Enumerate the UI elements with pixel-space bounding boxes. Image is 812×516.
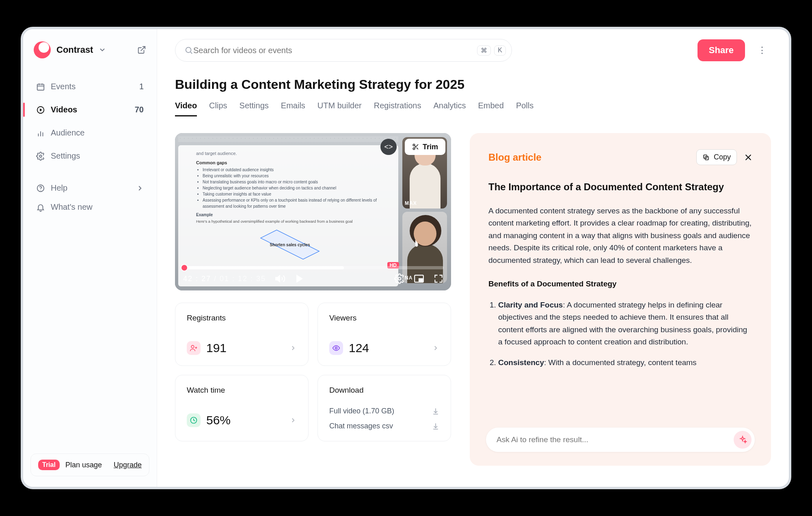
card-viewers[interactable]: Viewers 124	[317, 303, 451, 366]
more-menu-button[interactable]: ⋮	[753, 41, 771, 59]
slide-content: and target audience. Common gaps Irrelev…	[178, 145, 398, 286]
tab-video[interactable]: Video	[175, 101, 197, 116]
label: Help	[51, 183, 67, 193]
tab-embed[interactable]: Embed	[478, 101, 504, 116]
trial-badge: Trial	[38, 460, 60, 470]
sidebar-item-whats-new[interactable]: What's new	[30, 198, 149, 217]
svg-point-10	[39, 155, 42, 157]
blog-heading: The Importance of a Documented Content S…	[488, 181, 752, 193]
users-icon	[187, 341, 201, 355]
svg-marker-6	[40, 108, 42, 111]
help-icon	[36, 184, 45, 193]
play-icon[interactable]	[294, 273, 305, 284]
svg-line-18	[417, 148, 418, 149]
tab-utm-builder[interactable]: UTM builder	[317, 101, 362, 116]
sidebar-item-help[interactable]: Help	[30, 178, 149, 198]
svg-point-24	[191, 345, 194, 348]
page-title: Building a Content Marketing Strategy fo…	[175, 77, 771, 92]
label: Audience	[51, 128, 84, 138]
list-item: Clarity and Focus: A documented strategy…	[498, 299, 752, 348]
download-full-video[interactable]: Full video (1.70 GB)	[329, 407, 439, 415]
trim-button[interactable]: Trim	[405, 139, 445, 155]
play-circle-icon	[36, 105, 45, 114]
plan-usage-label: Plan usage	[65, 461, 102, 469]
svg-point-21	[398, 277, 401, 280]
settings-icon[interactable]	[394, 273, 405, 284]
chevron-down-icon	[99, 46, 106, 54]
tab-polls[interactable]: Polls	[516, 101, 533, 116]
app-frame: Contrast Events 1 Videos 70 Audience	[23, 29, 789, 487]
sidebar-item-videos[interactable]: Videos 70	[30, 100, 149, 119]
sparkle-icon	[738, 435, 747, 444]
copy-button[interactable]: Copy	[696, 149, 737, 165]
right-column: Blog article Copy The Importance of a Do…	[470, 133, 771, 466]
workspace-switcher[interactable]: Contrast	[30, 40, 149, 68]
nav: Events 1 Videos 70 Audience Settings	[30, 77, 149, 166]
svg-rect-1	[37, 84, 44, 90]
close-icon	[744, 153, 752, 161]
tab-clips[interactable]: Clips	[209, 101, 227, 116]
chevron-right-icon	[432, 344, 439, 352]
blog-subheading: Benefits of a Documented Strategy	[488, 280, 752, 288]
tabs: Video Clips Settings Emails UTM builder …	[175, 101, 771, 117]
search-bar[interactable]: ⌘ K	[175, 39, 512, 62]
svg-point-27	[335, 347, 337, 349]
ai-refine-bar[interactable]	[486, 428, 755, 452]
chart-icon	[36, 129, 45, 138]
upgrade-link[interactable]: Upgrade	[114, 461, 142, 469]
tab-settings[interactable]: Settings	[240, 101, 269, 116]
svg-line-19	[415, 146, 416, 147]
content-row: and target audience. Common gaps Irrelev…	[175, 133, 771, 466]
gear-icon	[36, 152, 45, 161]
svg-point-16	[413, 148, 415, 150]
count: 70	[135, 105, 144, 114]
sidebar-item-events[interactable]: Events 1	[30, 77, 149, 96]
search-icon	[184, 46, 193, 55]
logo	[34, 41, 51, 58]
sidebar-item-settings[interactable]: Settings	[30, 146, 149, 166]
search-input[interactable]	[193, 46, 477, 55]
card-watch-time[interactable]: Watch time 56%	[175, 375, 309, 441]
embed-code-icon[interactable]: <>	[380, 139, 397, 155]
sidebar-item-audience[interactable]: Audience	[30, 123, 149, 142]
clock-icon	[187, 413, 201, 427]
kbd-hint: ⌘ K	[477, 45, 506, 56]
video-player[interactable]: and target audience. Common gaps Irrelev…	[175, 133, 451, 290]
label: Events	[51, 82, 76, 91]
chevron-right-icon	[136, 185, 144, 192]
download-chat-csv[interactable]: Chat messages csv	[329, 422, 439, 430]
chevron-right-icon	[289, 417, 297, 424]
share-button[interactable]: Share	[698, 39, 745, 61]
volume-icon[interactable]	[275, 273, 285, 284]
svg-point-13	[186, 47, 191, 53]
svg-point-12	[40, 189, 41, 190]
tab-registrations[interactable]: Registrations	[374, 101, 421, 116]
eye-icon	[329, 341, 343, 355]
chevron-right-icon	[289, 344, 297, 352]
label: What's new	[51, 202, 93, 212]
camera-stack: MAX NA	[402, 137, 447, 283]
close-button[interactable]	[744, 153, 752, 161]
external-link-icon[interactable]	[137, 45, 146, 54]
tab-emails[interactable]: Emails	[281, 101, 305, 116]
copy-icon	[702, 154, 710, 161]
ai-refine-input[interactable]	[497, 435, 734, 444]
card-registrants[interactable]: Registrants 191	[175, 303, 309, 366]
video-controls: 42 : 27 / 01 : 12 : 35	[183, 271, 444, 286]
card-download: Download Full video (1.70 GB) Chat messa…	[317, 375, 451, 441]
plan-card: Trial Plan usage Upgrade	[30, 454, 149, 476]
tab-analytics[interactable]: Analytics	[433, 101, 466, 116]
label: Videos	[51, 105, 77, 114]
fullscreen-icon[interactable]	[433, 273, 444, 284]
bell-icon	[36, 203, 45, 212]
scrubber-thumb[interactable]	[181, 264, 188, 271]
ai-refine-button[interactable]	[734, 431, 752, 449]
progress-bar[interactable]	[181, 266, 444, 269]
calendar-icon	[36, 82, 45, 91]
scissors-icon	[412, 143, 419, 150]
blog-panel-title: Blog article	[488, 152, 542, 163]
pip-icon[interactable]	[414, 273, 424, 284]
svg-rect-23	[419, 279, 423, 282]
sidebar: Contrast Events 1 Videos 70 Audience	[23, 29, 157, 487]
svg-point-15	[413, 144, 415, 146]
